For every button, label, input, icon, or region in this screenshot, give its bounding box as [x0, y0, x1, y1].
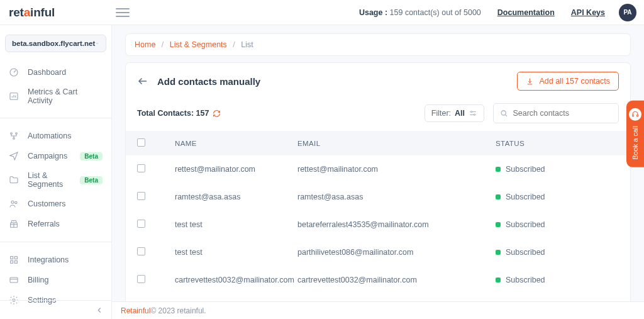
row-status: Subscribed: [496, 193, 619, 201]
avatar[interactable]: PA: [619, 4, 636, 21]
crumb-current: List: [241, 40, 253, 49]
documentation-link[interactable]: Documentation: [497, 8, 555, 17]
flow-icon: [9, 131, 19, 141]
hamburger-icon[interactable]: [116, 6, 130, 20]
send-icon: [9, 151, 19, 161]
search-icon: [500, 109, 508, 118]
row-checkbox[interactable]: [137, 275, 145, 283]
folder-icon: [9, 175, 19, 185]
svg-point-5: [11, 201, 14, 203]
row-status: Subscribed: [496, 220, 619, 229]
table-row[interactable]: cartrevettest0032@mailinator.comcartreve…: [126, 266, 630, 294]
row-checkbox[interactable]: [137, 220, 145, 228]
row-email: rettest@mailinator.com: [297, 165, 496, 174]
sidebar: beta.sandbox.flycart.net Dashboard Metri…: [0, 25, 112, 319]
site-selector[interactable]: beta.sandbox.flycart.net: [5, 35, 106, 52]
footer: Retainful © 2023 retainful.: [112, 301, 644, 319]
row-name: cartrevettest0032@mailinator.com: [175, 276, 297, 284]
sidebar-item-integrations[interactable]: Integrations: [0, 250, 111, 270]
content-card: Add contacts manually Add all 157 contac…: [126, 63, 630, 301]
svg-point-6: [15, 201, 17, 203]
row-status: Subscribed: [496, 248, 619, 257]
chart-icon: [9, 91, 19, 101]
sidebar-item-metrics[interactable]: Metrics & Cart Activity: [0, 82, 111, 110]
status-dot-icon: [496, 250, 501, 255]
users-icon: [9, 199, 19, 209]
sidebar-item-referrals[interactable]: Referrals: [0, 214, 111, 234]
sidebar-item-customers[interactable]: Customers: [0, 194, 111, 214]
row-email: betareferralest43535@mailinator.com: [297, 220, 496, 229]
chevron-left-icon: [95, 306, 104, 315]
row-checkbox[interactable]: [137, 247, 145, 255]
row-email: ramtest@asa.asas: [297, 193, 496, 201]
total-contacts: Total Contacts: 157: [137, 109, 209, 118]
gift-icon: [9, 219, 19, 229]
row-name: test test: [175, 248, 297, 257]
svg-point-17: [501, 111, 506, 115]
svg-point-4: [13, 138, 15, 140]
status-dot-icon: [496, 167, 501, 172]
page-title: Add contacts manually: [157, 76, 260, 87]
status-dot-icon: [496, 222, 501, 227]
breadcrumb: Home / List & Segments / List: [126, 34, 630, 55]
col-status-header: STATUS: [496, 140, 619, 147]
crumb-home[interactable]: Home: [135, 40, 155, 49]
api-keys-link[interactable]: API Keys: [571, 8, 605, 17]
svg-rect-19: [633, 115, 634, 117]
gauge-icon: [9, 67, 19, 77]
col-name-header: NAME: [175, 140, 297, 147]
svg-point-2: [11, 133, 13, 135]
select-all-checkbox[interactable]: [137, 138, 145, 147]
beta-badge: Beta: [80, 152, 103, 160]
card-icon: [9, 275, 19, 285]
sidebar-item-automations[interactable]: Automations: [0, 126, 111, 146]
sidebar-item-campaigns[interactable]: Campaigns Beta: [0, 146, 111, 166]
sidebar-collapse[interactable]: [0, 300, 111, 319]
svg-point-3: [16, 133, 18, 135]
status-dot-icon: [496, 277, 501, 283]
back-arrow-icon[interactable]: [137, 76, 148, 87]
svg-rect-8: [11, 257, 13, 259]
svg-rect-10: [11, 260, 13, 263]
svg-point-15: [471, 111, 472, 113]
svg-point-16: [474, 114, 475, 115]
usage-text: Usage : 159 contact(s) out of 5000: [359, 8, 481, 17]
row-name: rettest@mailinator.com: [175, 165, 297, 174]
row-checkbox[interactable]: [137, 164, 145, 172]
footer-brand-link[interactable]: Retainful: [121, 306, 150, 315]
table-row[interactable]: test testparthilivetest086@mailinator.co…: [126, 238, 630, 266]
grid-icon: [9, 255, 19, 265]
svg-rect-20: [637, 115, 638, 117]
svg-rect-9: [14, 257, 17, 259]
svg-rect-11: [14, 260, 17, 263]
row-email: parthilivetest086@mailinator.com: [297, 248, 496, 257]
table-row[interactable]: ramtest@asa.asasramtest@asa.asasSubscrib…: [126, 183, 630, 211]
chevron-down-icon: [95, 40, 99, 47]
sidebar-item-dashboard[interactable]: Dashboard: [0, 62, 111, 82]
row-name: test test: [175, 220, 297, 229]
site-selector-label: beta.sandbox.flycart.net: [12, 40, 95, 47]
row-checkbox[interactable]: [137, 192, 145, 200]
row-status: Subscribed: [496, 165, 619, 174]
search-input-wrap[interactable]: [493, 103, 619, 123]
filter-dropdown[interactable]: Filter: All: [425, 104, 484, 122]
row-name: ramtest@asa.asas: [175, 193, 297, 201]
logo: retainful: [5, 6, 112, 20]
sidebar-item-list-segments[interactable]: List & Segments Beta: [0, 166, 111, 194]
download-icon: [526, 77, 534, 86]
row-status: Subscribed: [496, 276, 619, 284]
table-row[interactable]: rettest@mailinator.comrettest@mailinator…: [126, 155, 630, 183]
svg-line-18: [506, 115, 507, 116]
refresh-icon[interactable]: [213, 109, 221, 118]
headset-icon: [629, 108, 641, 121]
table-row[interactable]: test testbetareferralest43535@mailinator…: [126, 211, 630, 238]
sidebar-item-billing[interactable]: Billing: [0, 270, 111, 290]
status-dot-icon: [496, 194, 501, 199]
table-header: NAME EMAIL STATUS: [126, 131, 630, 155]
crumb-section[interactable]: List & Segments: [170, 40, 227, 49]
add-all-contacts-button[interactable]: Add all 157 contacts: [517, 72, 619, 91]
row-email: cartrevettest0032@mailinator.com: [297, 276, 496, 284]
book-a-call-button[interactable]: Book a call: [626, 101, 644, 167]
svg-rect-12: [10, 277, 18, 283]
search-input[interactable]: [513, 109, 612, 118]
